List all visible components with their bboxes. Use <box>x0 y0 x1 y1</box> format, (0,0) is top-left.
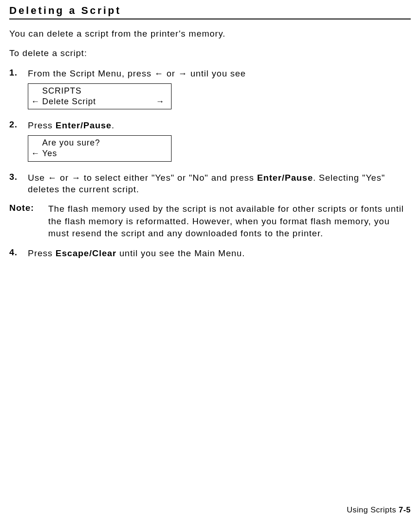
step-2-number: 2. <box>9 120 28 169</box>
step-2-text-after: . <box>112 120 115 130</box>
left-arrow-icon: ← <box>48 172 57 184</box>
step-2: 2. Press Enter/Pause. Are you sure? ← Ye… <box>9 120 411 169</box>
step-2-text: Press Enter/Pause. <box>28 120 411 132</box>
footer-text: Using Scripts <box>347 505 399 514</box>
right-arrow-icon: → <box>72 172 81 184</box>
step-4: 4. Press Escape/Clear until you see the … <box>9 247 411 259</box>
step-4-number: 4. <box>9 247 28 259</box>
intro-paragraph: You can delete a script from the printer… <box>9 29 411 39</box>
step-3-bold: Enter/Pause <box>257 173 313 183</box>
step-1-text-before: From the Script Menu, press <box>28 69 154 78</box>
step-3: 3. Use ← or → to select either "Yes" or … <box>9 172 411 196</box>
display-scripts-line2: Delete Script <box>42 96 96 107</box>
subintro-paragraph: To delete a script: <box>9 48 411 58</box>
step-3-text: Use ← or → to select either "Yes" or "No… <box>28 172 411 196</box>
left-arrow-icon: ← <box>154 68 164 80</box>
step-1-text: From the Script Menu, press ← or → until… <box>28 68 411 80</box>
right-arrow-icon: → <box>178 68 187 80</box>
step-2-text-before: Press <box>28 120 56 130</box>
note-content: The flash memory used by the script is n… <box>46 203 411 240</box>
note-block: Note: The flash memory used by the scrip… <box>9 203 411 240</box>
step-1: 1. From the Script Menu, press ← or → un… <box>9 68 411 117</box>
step-4-text: Press Escape/Clear until you see the Mai… <box>28 247 411 259</box>
left-arrow-icon: ← <box>31 148 42 159</box>
display-confirm-line2: Yes <box>42 148 57 159</box>
left-arrow-icon: ← <box>31 96 42 107</box>
right-arrow-icon: → <box>156 96 165 107</box>
step-4-bold: Escape/Clear <box>56 248 116 258</box>
step-1-text-mid: or <box>164 69 178 78</box>
step-1-number: 1. <box>9 68 28 117</box>
section-heading: Deleting a Script <box>9 5 411 19</box>
display-box-scripts: SCRIPTS ← Delete Script → <box>28 83 172 110</box>
step-3-number: 3. <box>9 172 28 196</box>
note-label: Note: <box>9 203 46 240</box>
step-3-text-after: to select either "Yes" or "No" and press <box>81 173 257 183</box>
display-box-confirm: Are you sure? ← Yes <box>28 135 172 162</box>
step-4-text-after: until you see the Main Menu. <box>116 248 245 258</box>
step-2-bold: Enter/Pause <box>56 120 112 130</box>
step-4-text-before: Press <box>28 248 56 258</box>
display-confirm-line1: Are you sure? <box>42 138 100 148</box>
page-footer: Using Scripts 7-5 <box>347 505 411 515</box>
display-scripts-line1: SCRIPTS <box>42 86 82 96</box>
step-3-text-mid: or <box>57 173 71 183</box>
step-1-text-after: until you see <box>187 69 246 78</box>
footer-page-number: 7-5 <box>399 505 411 514</box>
step-3-text-before: Use <box>28 173 48 183</box>
